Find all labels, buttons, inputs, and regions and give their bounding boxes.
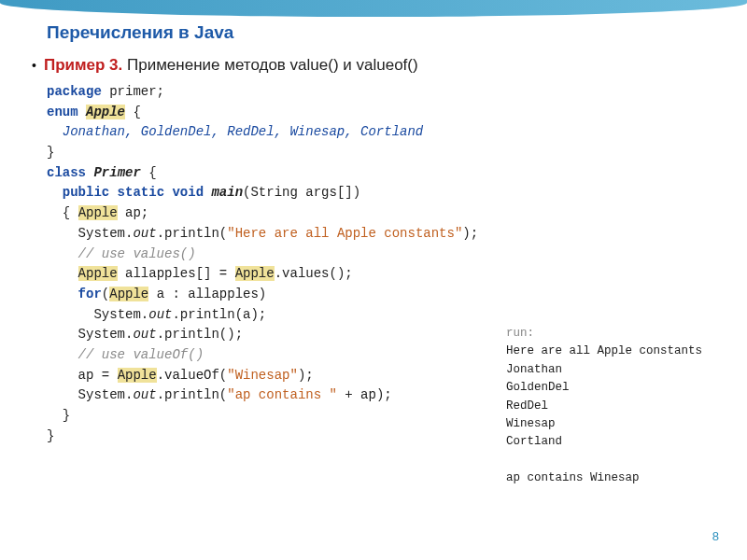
code-string: "Here are all Apple constants" xyxy=(227,226,462,241)
code-out: out xyxy=(148,307,172,322)
code-text: .println(a); xyxy=(172,307,266,322)
code-text: System. xyxy=(93,307,148,322)
code-text: .println( xyxy=(157,387,228,402)
code-text: primer; xyxy=(102,84,164,99)
code-comment: // use values() xyxy=(78,246,196,261)
code-enum-values: Jonathan, GoldenDel, RedDel, Winesap, Co… xyxy=(63,124,423,139)
code-type: Apple xyxy=(109,287,148,301)
bullet-icon: • xyxy=(32,59,36,72)
code-text: + ap); xyxy=(337,387,392,402)
code-type: Apple xyxy=(118,368,157,383)
code-text: { xyxy=(63,205,78,220)
output-line: ap contains Winesap xyxy=(506,471,640,484)
code-type: Apple xyxy=(78,266,118,281)
code-text: ); xyxy=(462,226,478,241)
output-run: run: xyxy=(506,327,534,340)
code-text: .values(); xyxy=(275,266,353,281)
example-text: Пример 3. Применение методов value() и v… xyxy=(44,56,418,75)
code-out: out xyxy=(133,327,156,342)
output-line: GoldenDel xyxy=(506,381,570,394)
output-line: Here are all Apple constants xyxy=(506,344,702,357)
code-class-name: Primer xyxy=(93,165,140,180)
code-text: .println( xyxy=(157,226,228,241)
code-string: "ap contains " xyxy=(227,387,337,402)
code-text: { xyxy=(125,105,141,119)
code-out: out xyxy=(133,226,156,241)
output-line: RedDel xyxy=(506,399,548,413)
code-kw: public static void xyxy=(63,185,204,200)
code-text: (String args[]) xyxy=(243,185,360,200)
code-method: main xyxy=(211,185,243,200)
code-out: out xyxy=(133,387,156,402)
code-type: Apple xyxy=(78,205,118,220)
code-text: System. xyxy=(78,327,134,342)
code-text: ( xyxy=(102,287,109,301)
code-kw: class xyxy=(47,165,86,180)
code-enum-name: Apple xyxy=(86,105,125,119)
code-text: ap; xyxy=(118,205,149,220)
example-label: Пример 3. xyxy=(44,56,122,74)
code-text: a : allapples) xyxy=(148,287,266,301)
code-text: .println(); xyxy=(157,327,243,342)
code-text: allapples[] = xyxy=(118,266,235,281)
code-text: } xyxy=(63,408,70,423)
code-type: Apple xyxy=(235,266,275,281)
code-kw: package xyxy=(47,84,102,99)
code-string: "Winesap" xyxy=(227,368,298,383)
code-kw: enum xyxy=(47,105,78,119)
example-bullet: • Пример 3. Применение методов value() и… xyxy=(32,56,710,75)
code-text: { xyxy=(141,165,157,180)
code-text: System. xyxy=(78,387,134,402)
code-text: ap = xyxy=(78,368,118,383)
code-comment: // use valueOf() xyxy=(78,347,204,362)
output-line: Jonathan xyxy=(506,363,562,376)
example-desc: Применение методов value() и valueof() xyxy=(127,56,418,74)
code-text: } xyxy=(47,428,54,443)
code-text: ); xyxy=(298,368,314,383)
slide-title: Перечисления в Java xyxy=(47,22,710,43)
output-block: run: Here are all Apple constants Jonath… xyxy=(506,325,721,487)
code-kw: for xyxy=(78,287,102,301)
code-text: .valueOf( xyxy=(157,368,228,383)
code-text: } xyxy=(47,145,54,160)
output-line: Cortland xyxy=(506,435,562,448)
code-text: System. xyxy=(78,226,134,241)
output-line: Winesap xyxy=(506,417,556,430)
page-number: 8 xyxy=(712,529,719,543)
